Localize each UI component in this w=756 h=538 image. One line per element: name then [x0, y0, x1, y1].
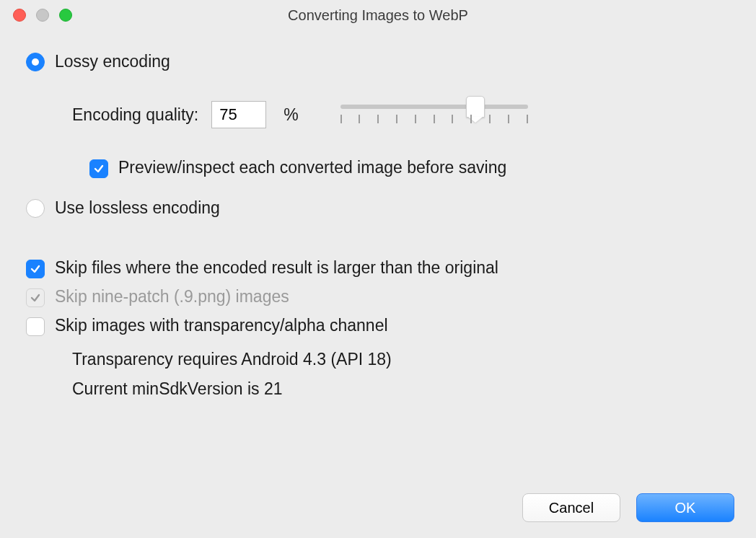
checkbox-checked-icon — [89, 159, 108, 178]
close-icon[interactable] — [13, 9, 26, 22]
ok-button[interactable]: OK — [636, 493, 734, 522]
window-title: Converting Images to WebP — [12, 7, 744, 24]
lossless-encoding-option[interactable]: Use lossless encoding — [26, 198, 730, 218]
encoding-quality-row: Encoding quality: % — [72, 100, 730, 129]
checkbox-unchecked-icon — [26, 317, 45, 336]
skip-ninepatch-checkbox-row: Skip nine-patch (.9.png) images — [26, 287, 730, 307]
skip-larger-label: Skip files where the encoded result is l… — [55, 258, 498, 278]
encoding-quality-input[interactable] — [211, 101, 266, 128]
transparency-note-2: Current minSdkVersion is 21 — [72, 374, 730, 404]
cancel-button[interactable]: Cancel — [522, 493, 620, 522]
skip-alpha-label: Skip images with transparency/alpha chan… — [55, 316, 388, 335]
skip-ninepatch-label: Skip nine-patch (.9.png) images — [55, 287, 289, 307]
transparency-note-1: Transparency requires Android 4.3 (API 1… — [72, 345, 730, 374]
zoom-icon[interactable] — [59, 9, 72, 22]
skip-alpha-checkbox-row[interactable]: Skip images with transparency/alpha chan… — [26, 316, 730, 336]
slider-track — [340, 105, 528, 109]
checkbox-checked-icon — [26, 260, 45, 278]
radio-unselected-icon — [26, 199, 45, 218]
encoding-quality-label: Encoding quality: — [72, 105, 198, 125]
skip-larger-checkbox-row[interactable]: Skip files where the encoded result is l… — [26, 258, 730, 278]
preview-checkbox-label: Preview/inspect each converted image bef… — [118, 158, 506, 177]
preview-checkbox-row[interactable]: Preview/inspect each converted image bef… — [89, 158, 730, 178]
radio-selected-icon — [26, 53, 45, 71]
slider-ticks — [340, 115, 528, 123]
encoding-quality-slider[interactable] — [340, 100, 528, 129]
window-controls — [13, 9, 72, 22]
dialog-buttons: Cancel OK — [522, 493, 734, 522]
encoding-quality-unit: % — [284, 105, 298, 125]
titlebar: Converting Images to WebP — [0, 0, 756, 30]
minimize-icon[interactable] — [36, 9, 49, 22]
lossy-encoding-option[interactable]: Lossy encoding — [26, 52, 730, 71]
checkbox-disabled-icon — [26, 288, 45, 307]
lossless-encoding-label: Use lossless encoding — [55, 198, 220, 218]
lossy-encoding-label: Lossy encoding — [55, 52, 170, 71]
